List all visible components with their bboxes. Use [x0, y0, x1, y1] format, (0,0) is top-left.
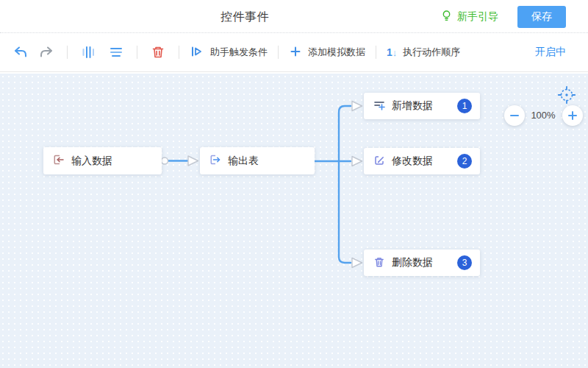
add-mock-data-button[interactable]: 添加模拟数据	[289, 45, 365, 60]
align-vertical-icon	[109, 45, 123, 60]
zoom-in-button[interactable]	[562, 105, 583, 126]
flow-edges	[0, 74, 588, 368]
toolbar-divider	[67, 46, 68, 59]
play-bar-icon	[190, 44, 204, 61]
toolbar-divider	[179, 46, 179, 59]
order-badge: 1	[457, 99, 472, 113]
header: 控件事件 新手引导 保存	[0, 0, 588, 33]
node-label: 修改数据	[392, 155, 433, 168]
toolbar-divider	[137, 46, 137, 59]
page-title: 控件事件	[220, 10, 269, 25]
app-window: 控件事件 新手引导 保存	[0, 0, 588, 368]
node-output-table[interactable]: 输出表	[200, 147, 315, 174]
header-actions: 新手引导 保存	[440, 0, 566, 33]
fit-view-button[interactable]	[556, 85, 577, 105]
beginner-guide-link[interactable]: 新手引导	[440, 10, 498, 24]
trigger-condition-button[interactable]: 助手触发条件	[190, 44, 268, 61]
align-horizontal-button[interactable]	[78, 42, 98, 63]
export-icon	[209, 154, 221, 168]
import-icon	[53, 154, 65, 168]
node-label: 新增数据	[392, 99, 433, 113]
save-button[interactable]: 保存	[517, 6, 566, 28]
order-number-icon: 1↓	[387, 46, 397, 58]
order-badge: 2	[457, 154, 472, 169]
status-badge[interactable]: 开启中	[535, 46, 566, 59]
trash-icon	[373, 256, 385, 270]
node-label: 输入数据	[71, 155, 112, 168]
plus-icon	[567, 110, 578, 121]
node-input-data[interactable]: 输入数据	[43, 147, 162, 174]
flow-canvas[interactable]: 输入数据 输出表	[0, 74, 588, 368]
redo-icon	[39, 45, 54, 60]
align-horizontal-icon	[81, 45, 96, 60]
toolbar: 助手触发条件 添加模拟数据 1↓ 执行动作顺序 开启中	[0, 33, 588, 72]
zoom-level: 100%	[525, 110, 562, 121]
toolbar-divider	[278, 46, 279, 59]
undo-icon	[13, 45, 28, 60]
align-vertical-button[interactable]	[106, 42, 126, 63]
add-row-icon	[373, 99, 385, 113]
node-delete-data[interactable]: 删除数据 3	[364, 250, 480, 276]
node-modify-data[interactable]: 修改数据 2	[364, 148, 480, 174]
trigger-condition-label: 助手触发条件	[210, 46, 268, 59]
plus-icon	[289, 45, 302, 60]
add-mock-data-label: 添加模拟数据	[308, 46, 365, 59]
crosshair-icon	[557, 85, 576, 105]
toolbar-divider	[376, 46, 376, 59]
action-order-button[interactable]: 1↓ 执行动作顺序	[387, 46, 460, 59]
edit-icon	[373, 155, 385, 169]
action-order-label: 执行动作顺序	[403, 46, 460, 59]
node-label: 删除数据	[392, 256, 433, 269]
trash-icon	[151, 45, 165, 60]
order-badge: 3	[457, 255, 472, 270]
zoom-out-button[interactable]	[504, 105, 525, 126]
redo-button[interactable]	[36, 42, 57, 63]
undo-button[interactable]	[10, 42, 31, 63]
minus-icon	[509, 110, 520, 121]
beginner-guide-label: 新手引导	[457, 10, 498, 24]
bulb-icon	[440, 10, 453, 24]
delete-button[interactable]	[148, 42, 168, 63]
node-label: 输出表	[228, 155, 259, 168]
node-add-data[interactable]: 新增数据 1	[364, 93, 480, 119]
